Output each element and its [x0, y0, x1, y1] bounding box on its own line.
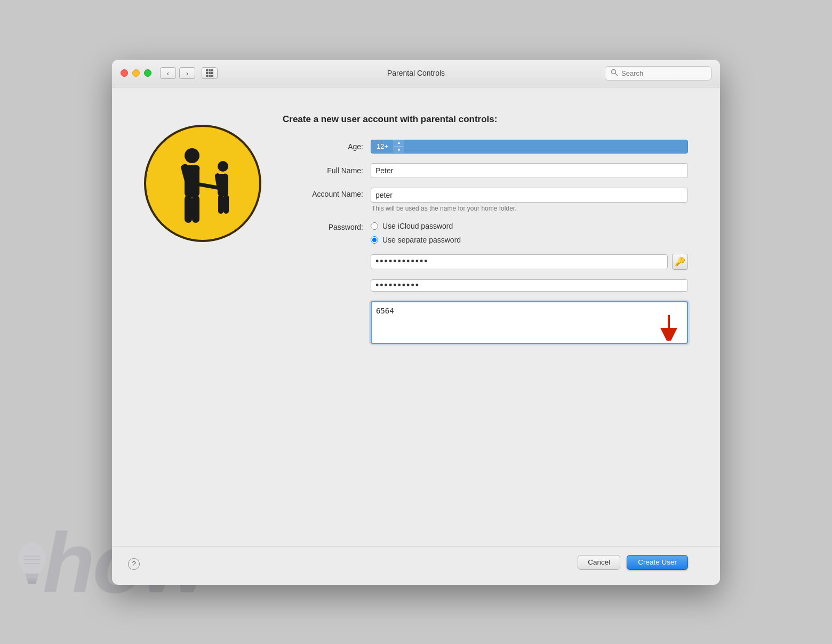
back-button[interactable]: ‹ — [160, 67, 176, 79]
age-stepper[interactable]: 12+ ▲ ▼ — [371, 140, 688, 154]
age-control: 12+ ▲ ▼ — [371, 140, 688, 154]
help-button[interactable]: ? — [128, 558, 140, 570]
svg-rect-20 — [27, 578, 37, 581]
svg-rect-7 — [185, 195, 192, 223]
window-title: Parental Controls — [387, 69, 445, 77]
password-input-row: 🔑 — [283, 254, 688, 270]
password-row: Password: Use iCloud password Use separa… — [283, 222, 688, 244]
separate-radio-row: Use separate password — [371, 236, 688, 244]
bottom-buttons: ? Cancel Create User — [112, 546, 720, 585]
password-input[interactable] — [371, 254, 668, 269]
traffic-lights — [121, 69, 151, 77]
svg-rect-21 — [28, 581, 36, 584]
form-heading: Create a new user account with parental … — [283, 114, 688, 125]
maximize-button[interactable] — [144, 69, 151, 77]
lightbulb-icon — [11, 537, 53, 591]
password-radio-group: Use iCloud password Use separate passwor… — [371, 222, 688, 244]
chevron-left-icon: ‹ — [167, 69, 169, 77]
age-row: Age: 12+ ▲ ▼ — [283, 140, 688, 154]
key-button[interactable]: 🔑 — [672, 254, 688, 270]
confirm-password-input[interactable] — [371, 279, 688, 292]
age-increment[interactable]: ▲ — [394, 140, 404, 147]
password-field-wrap: 🔑 — [371, 254, 688, 270]
hint-input[interactable]: 6564 — [371, 301, 688, 344]
parental-controls-window: ‹ › Parental Controls — [112, 60, 720, 585]
full-name-input[interactable] — [371, 163, 688, 178]
separate-radio[interactable] — [371, 236, 378, 244]
create-user-button[interactable]: Create User — [627, 555, 688, 570]
svg-line-1 — [615, 73, 618, 75]
svg-rect-19 — [26, 574, 38, 578]
confirm-password-row — [283, 279, 688, 292]
age-value: 12+ — [371, 142, 394, 150]
age-arrows: ▲ ▼ — [394, 140, 404, 154]
full-name-row: Full Name: — [283, 163, 688, 178]
account-name-input[interactable] — [371, 188, 688, 203]
account-name-control: This will be used as the name for your h… — [371, 188, 688, 212]
search-box[interactable] — [605, 66, 711, 80]
icloud-radio[interactable] — [371, 222, 378, 230]
confirm-password-wrap — [371, 279, 688, 292]
grid-icon — [206, 69, 213, 77]
svg-point-9 — [218, 161, 228, 172]
full-name-label: Full Name: — [283, 166, 371, 175]
grid-view-button[interactable] — [202, 67, 218, 79]
hint-row: 6564 — [283, 301, 688, 344]
full-name-control — [371, 163, 688, 178]
chevron-right-icon: › — [186, 69, 188, 77]
svg-point-18 — [18, 543, 46, 575]
cancel-button[interactable]: Cancel — [578, 555, 620, 570]
search-icon — [611, 69, 618, 78]
password-control: Use iCloud password Use separate passwor… — [371, 222, 688, 244]
account-name-hint: This will be used as the name for your h… — [372, 205, 688, 212]
key-icon: 🔑 — [675, 256, 685, 267]
titlebar: ‹ › Parental Controls — [112, 60, 720, 87]
svg-rect-14 — [223, 195, 229, 214]
svg-rect-8 — [192, 195, 199, 223]
hint-wrap: 6564 — [371, 301, 688, 344]
icloud-radio-row: Use iCloud password — [371, 222, 688, 230]
form-area: Create a new user account with parental … — [283, 109, 688, 353]
password-label: Password: — [283, 222, 371, 231]
content-area: Create a new user account with parental … — [112, 87, 720, 546]
password-input-group: 🔑 — [371, 254, 688, 270]
account-name-label: Account Name: — [283, 188, 371, 198]
nav-buttons: ‹ › — [160, 67, 218, 79]
minimize-button[interactable] — [132, 69, 140, 77]
parental-controls-icon — [144, 125, 261, 242]
icon-area — [144, 109, 261, 242]
svg-point-3 — [185, 148, 199, 163]
svg-point-0 — [612, 69, 616, 74]
account-name-row: Account Name: This will be used as the n… — [283, 188, 688, 212]
icloud-radio-label[interactable]: Use iCloud password — [382, 222, 453, 230]
search-input[interactable] — [621, 69, 706, 77]
svg-rect-13 — [218, 195, 223, 214]
age-decrement[interactable]: ▼ — [394, 147, 404, 154]
age-label: Age: — [283, 142, 371, 151]
separate-radio-label[interactable]: Use separate password — [382, 236, 461, 244]
forward-button[interactable]: › — [179, 67, 195, 79]
close-button[interactable] — [121, 69, 128, 77]
